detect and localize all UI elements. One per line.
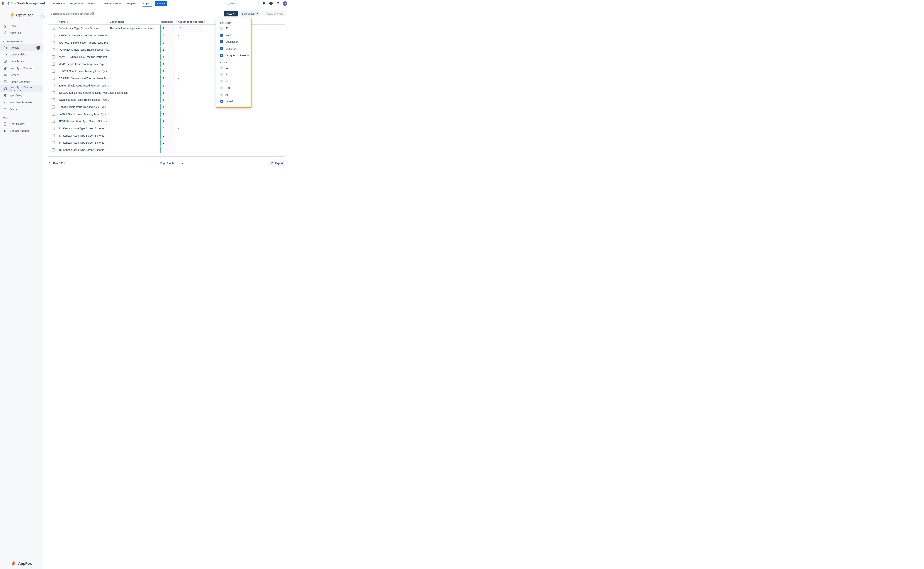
user-avatar[interactable]: JR <box>283 1 287 6</box>
app-switcher-icon[interactable] <box>2 2 5 5</box>
row-checkbox[interactable] <box>52 91 55 94</box>
table-row[interactable]: T4: Kanban Issue Type Screen Scheme-2- <box>49 139 285 146</box>
nav-item-people[interactable]: People <box>126 0 137 7</box>
row-checkbox[interactable] <box>52 77 55 80</box>
row-checkbox[interactable] <box>52 55 55 59</box>
sidebar-item-user-guides[interactable]: User Guides <box>0 121 43 127</box>
column-option-label: ID <box>225 27 228 30</box>
nav-item-dashboards[interactable]: Dashboards <box>104 0 121 7</box>
nav-item-apps[interactable]: Apps <box>143 0 152 7</box>
table-row[interactable]: T5: Kanban Issue Type Screen Scheme-2- <box>49 146 285 154</box>
sidebar-item-issue-types[interactable]: Issue Types <box>0 58 43 65</box>
notifications-bell-icon[interactable] <box>263 2 266 5</box>
export-label: Export <box>275 162 283 165</box>
global-search-input[interactable] <box>230 2 257 5</box>
jira-logo[interactable]: Jira Work Management <box>7 2 45 5</box>
row-checkbox[interactable] <box>52 27 55 30</box>
sidebar-item-filters[interactable]: Filters <box>0 106 43 113</box>
column-option-description[interactable]: ✓Description <box>216 38 251 45</box>
column-option-assigned-to-projects[interactable]: ✓Assigned to Projects <box>216 52 251 59</box>
row-checkbox[interactable] <box>52 141 55 145</box>
custom-fields-icon: Aa <box>3 53 7 56</box>
radio-icon[interactable] <box>220 93 223 96</box>
checkbox-icon[interactable] <box>220 27 223 30</box>
sidebar-item-screens[interactable]: Screens <box>0 72 43 78</box>
column-header-mappings[interactable]: Mappings <box>161 20 173 23</box>
row-option-50[interactable]: 50 <box>216 78 251 85</box>
radio-icon[interactable] <box>220 87 223 90</box>
row-checkbox[interactable] <box>52 41 55 44</box>
row-checkbox[interactable] <box>52 113 55 116</box>
help-icon[interactable]: ? <box>269 2 273 5</box>
sidebar-item-home[interactable]: Home <box>0 23 43 29</box>
row-checkbox[interactable] <box>52 34 55 37</box>
row-checkbox[interactable] <box>52 84 55 87</box>
radio-icon[interactable] <box>220 73 223 76</box>
radio-icon[interactable] <box>220 100 223 103</box>
global-search[interactable] <box>225 1 259 6</box>
column-header-description[interactable]: Description <box>109 20 124 23</box>
row-checkbox[interactable] <box>52 70 55 73</box>
table-row[interactable]: T3: Kanban Issue Type Screen Scheme-2- <box>49 132 285 139</box>
sidebar-item-workflows[interactable]: Workflows <box>0 92 43 99</box>
sidebar-item-issue-type-screen-schemes[interactable]: Issue Type Screen Schemes <box>0 85 43 92</box>
column-header-label: Assigned to Projects <box>178 20 204 23</box>
scheme-name: LAJBU: Simple Issue Tracking Issue Type … <box>59 113 109 116</box>
sidebar-item-audit-log[interactable]: Audit Log <box>0 30 43 36</box>
column-header-name[interactable]: Name <box>59 20 68 23</box>
row-option-10[interactable]: 10 <box>216 64 251 71</box>
sidebar-item-contact-support[interactable]: Contact Support <box>0 128 43 134</box>
table-row[interactable]: T2: Kanban Issue Type Screen Scheme-6- <box>49 125 285 132</box>
assigned-projects-value: - <box>178 77 179 80</box>
view-button[interactable]: View <box>224 11 238 17</box>
radio-icon[interactable] <box>220 66 223 69</box>
settings-gear-icon[interactable]: ⚙ <box>276 2 280 5</box>
checkbox-icon[interactable]: ✓ <box>220 54 223 57</box>
scheme-name: T5: Kanban Issue Type Screen Scheme <box>59 148 104 151</box>
row-checkbox[interactable] <box>52 105 55 108</box>
sidebar-collapse-button[interactable] <box>41 14 45 18</box>
review-changes-button[interactable]: Review changes <box>262 11 286 17</box>
column-option-name[interactable]: ✓Name <box>216 32 251 39</box>
table-row[interactable]: TEST: Kanban Issue Type Screen Scheme-2- <box>49 118 285 125</box>
nav-item-projects[interactable]: Projects <box>70 0 83 7</box>
row-option-auto-fit[interactable]: Auto-fit <box>216 98 251 105</box>
page-indicator: Page 1 of 6 <box>160 162 173 165</box>
row-option-all[interactable]: All <box>216 91 251 98</box>
radio-icon[interactable] <box>220 80 223 83</box>
prev-page-button[interactable]: ← <box>150 161 153 165</box>
sidebar-item-screen-schemes[interactable]: Screen Schemes <box>0 79 43 85</box>
clear-search-icon[interactable]: ✕ <box>91 12 94 15</box>
scheme-search[interactable]: ✕ <box>49 11 96 17</box>
column-header-assigned-to-projects[interactable]: Assigned to Projects <box>178 20 204 23</box>
scheme-search-input[interactable] <box>51 12 91 15</box>
sidebar-item-custom-fields[interactable]: AaCustom Fields <box>0 51 43 58</box>
checkbox-icon[interactable]: ✓ <box>220 47 223 50</box>
create-button[interactable]: Create <box>155 1 167 6</box>
nav-item-your-work[interactable]: Your work <box>50 0 65 7</box>
sidebar-item-workflow-schemes[interactable]: Workflow Schemes <box>0 99 43 106</box>
bulk-action-button[interactable]: Bulk action <box>239 11 260 17</box>
sidebar-item-issue-type-schemes[interactable]: Issue Type Schemes <box>0 65 43 72</box>
checkbox-icon[interactable]: ✓ <box>220 33 223 37</box>
row-option-100[interactable]: 100 <box>216 85 251 91</box>
row-checkbox[interactable] <box>52 120 55 123</box>
column-option-mappings[interactable]: ✓Mappings <box>216 45 251 52</box>
row-checkbox[interactable] <box>52 127 55 130</box>
row-checkbox[interactable] <box>52 134 55 137</box>
scheme-name: WARJAD: Simple Issue Tracking Issue Typ.… <box>59 41 110 44</box>
checkbox-icon[interactable]: ✓ <box>220 40 223 43</box>
row-checkbox[interactable] <box>52 98 55 102</box>
row-checkbox[interactable] <box>52 62 55 65</box>
export-button[interactable]: Export <box>269 161 285 166</box>
row-checkbox[interactable] <box>52 148 55 152</box>
row-checkbox[interactable] <box>52 48 55 52</box>
table-row[interactable]: LAJBU: Simple Issue Tracking Issue Type … <box>49 111 285 118</box>
open-project-arrow-icon[interactable]: → <box>36 46 40 50</box>
sidebar-item-projects[interactable]: Projects→ <box>0 44 43 51</box>
row-option-label: 10 <box>225 66 228 69</box>
nav-item-filters[interactable]: Filters <box>88 0 99 7</box>
next-page-button[interactable]: → <box>180 161 184 165</box>
column-option-id[interactable]: ID <box>216 25 251 32</box>
row-option-25[interactable]: 25 <box>216 71 251 78</box>
